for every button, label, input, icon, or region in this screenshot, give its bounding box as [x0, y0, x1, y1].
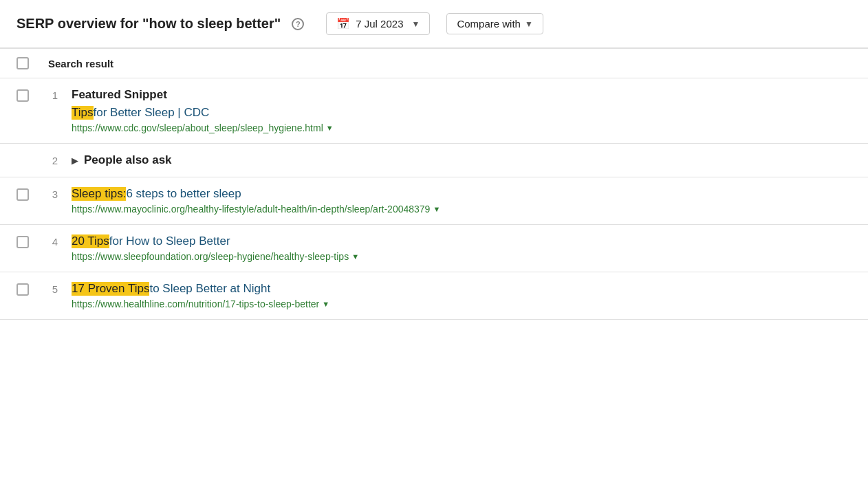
row-5-number: 5 — [36, 283, 58, 295]
chevron-down-icon: ▼ — [525, 19, 533, 29]
row-5-title-highlight: 17 Proven Tips — [72, 282, 149, 296]
title-query: "how to sleep better" — [142, 16, 281, 31]
row-5-url: https://www.healthline.com/nutrition/17-… — [72, 298, 851, 309]
results-list: 1 Featured Snippet Tips for Better Sleep… — [0, 78, 868, 320]
table-header: Search result — [0, 49, 868, 78]
table-row: 5 17 Proven Tips to Sleep Better at Nigh… — [0, 272, 868, 320]
calendar-icon: 📅 — [336, 17, 350, 30]
row-4-title: 20 Tips for How to Sleep Better — [72, 234, 851, 248]
row-1-url-text: https://www.cdc.gov/sleep/about_sleep/sl… — [72, 122, 323, 133]
row-2-type: People also ask — [84, 153, 172, 167]
row-5-url-text: https://www.healthline.com/nutrition/17-… — [72, 298, 319, 309]
row-5-url-dropdown-icon[interactable]: ▼ — [322, 300, 329, 308]
row-4-url: https://www.sleepfoundation.org/sleep-hy… — [72, 251, 851, 262]
row-2-number: 2 — [29, 155, 58, 166]
select-all-checkbox[interactable] — [17, 57, 29, 69]
table-row: 4 20 Tips for How to Sleep Better https:… — [0, 225, 868, 272]
row-1-checkbox[interactable] — [17, 89, 29, 102]
row-4-content: 20 Tips for How to Sleep Better https://… — [72, 234, 851, 262]
row-1-url-dropdown-icon[interactable]: ▼ — [326, 124, 334, 132]
page-title: SERP overview for "how to sleep better" — [17, 16, 281, 32]
row-5-title-text: to Sleep Better at Night — [149, 282, 270, 296]
title-prefix: SERP overview for — [17, 16, 142, 31]
row-4-url-dropdown-icon[interactable]: ▼ — [351, 252, 359, 261]
date-selector-button[interactable]: 📅 7 Jul 2023 ▼ — [326, 12, 430, 35]
row-3-url: https://www.mayoclinic.org/healthy-lifes… — [72, 204, 851, 215]
table-row: 3 Sleep tips: 6 steps to better sleep ht… — [0, 177, 868, 225]
row-3-url-text: https://www.mayoclinic.org/healthy-lifes… — [72, 204, 430, 215]
row-4-url-text: https://www.sleepfoundation.org/sleep-hy… — [72, 251, 349, 262]
row-1-type: Featured Snippet — [72, 88, 851, 102]
table-row: 2 ▶ People also ask — [0, 144, 868, 177]
row-3-checkbox[interactable] — [17, 188, 29, 201]
expand-icon[interactable]: ▶ — [72, 155, 78, 166]
row-1-title-highlight: Tips — [72, 106, 94, 120]
row-2-content: ▶ People also ask — [72, 153, 172, 167]
row-5-title: 17 Proven Tips to Sleep Better at Night — [72, 282, 851, 296]
row-4-number: 4 — [36, 236, 58, 248]
page-header: SERP overview for "how to sleep better" … — [0, 0, 868, 49]
row-3-url-dropdown-icon[interactable]: ▼ — [433, 205, 440, 213]
row-3-title: Sleep tips: 6 steps to better sleep — [72, 187, 851, 201]
compare-with-button[interactable]: Compare with ▼ — [446, 13, 543, 34]
row-1-title: Tips for Better Sleep | CDC — [72, 106, 851, 120]
compare-label: Compare with — [457, 18, 521, 30]
row-3-title-text: 6 steps to better sleep — [126, 187, 241, 201]
row-3-content: Sleep tips: 6 steps to better sleep http… — [72, 187, 851, 215]
row-5-checkbox[interactable] — [17, 283, 29, 296]
row-4-title-highlight: 20 Tips — [72, 234, 109, 248]
row-1-url: https://www.cdc.gov/sleep/about_sleep/sl… — [72, 122, 851, 133]
row-5-content: 17 Proven Tips to Sleep Better at Night … — [72, 282, 851, 309]
row-1-content: Featured Snippet Tips for Better Sleep |… — [72, 88, 851, 133]
search-result-col-header: Search result — [48, 58, 113, 69]
row-1-title-text: for Better Sleep | CDC — [94, 106, 210, 120]
row-3-number: 3 — [36, 188, 58, 200]
help-icon[interactable]: ? — [292, 18, 304, 30]
date-label: 7 Jul 2023 — [356, 18, 403, 30]
row-4-title-text: for How to Sleep Better — [109, 234, 230, 248]
row-3-title-highlight: Sleep tips: — [72, 187, 126, 201]
row-1-number: 1 — [36, 89, 58, 101]
chevron-down-icon: ▼ — [412, 19, 420, 29]
row-4-checkbox[interactable] — [17, 236, 29, 248]
table-row: 1 Featured Snippet Tips for Better Sleep… — [0, 78, 868, 144]
